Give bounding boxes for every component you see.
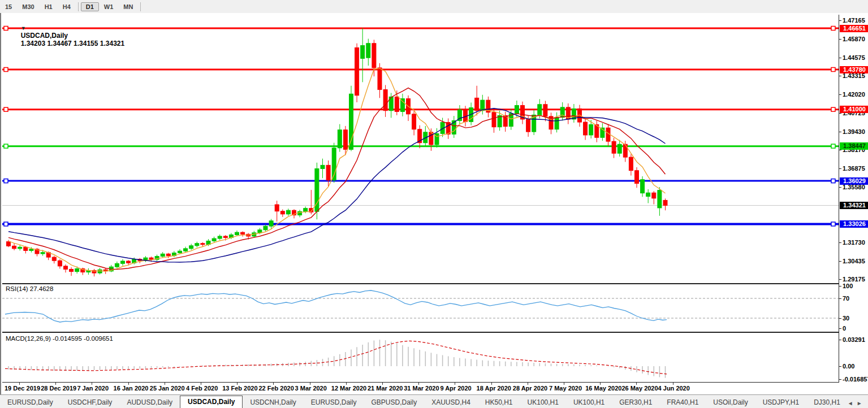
date-label[interactable]: 18 Apr 2020 [477,385,511,392]
chart-tab-usdjpy-h1[interactable]: USDJPY,H1 [755,397,806,408]
macd-indicator-panel[interactable]: MACD(12,26,9) -0.014595 -0.009651 [2,334,839,383]
price-tick-label: 1.31730 [843,239,865,246]
chart-title: ▼ USDCAD,Daily 1.34203 1.34467 1.34155 1… [6,16,124,55]
price-tick [839,94,841,95]
rsi-tick [839,318,841,319]
price-level-badge: 1.36029 [840,177,868,185]
price-tick [839,113,841,114]
macd-tick [839,340,841,340]
chart-tab-hk50-h1[interactable]: HK50,H1 [478,397,520,408]
price-tick-label: 1.36875 [843,165,865,172]
chart-tab-dj30-h1[interactable]: DJ30,H1 [806,397,848,408]
date-label[interactable]: 25 Jan 2020 [150,385,185,392]
date-label[interactable]: 28 Apr 2020 [513,385,547,392]
date-label[interactable]: 16 Jan 2020 [114,385,149,392]
timeframe-button-m30[interactable]: M30 [17,2,39,11]
price-tick [839,242,841,243]
price-chart-panel[interactable]: ▼ USDCAD,Daily 1.34203 1.34467 1.34155 1… [2,15,839,284]
timeframe-button-d1[interactable]: D1 [81,2,99,11]
chart-tab-gbpusd-daily[interactable]: GBPUSD,Daily [364,397,424,408]
date-label[interactable]: 4 Jun 2020 [658,385,690,392]
timeframe-button-h1[interactable]: H1 [40,2,58,11]
date-axis[interactable]: 19 Dec 201928 Dec 20197 Jan 202016 Jan 2… [2,383,839,394]
chart-tab-eurusd-daily[interactable]: EURUSD,Daily [304,397,364,408]
macd-histogram [8,340,666,378]
date-label[interactable]: 19 Dec 2019 [5,385,40,392]
chart-tab-xauusd-h4[interactable]: XAUUSD,H4 [424,397,478,408]
mt4-terminal: 15M30H1H4D1W1MN ▼ USDCAD,Daily 1.34203 1… [0,0,868,408]
timeframe-button-mn[interactable]: MN [118,2,138,11]
chart-tab-ger30-h1[interactable]: GER30,H1 [612,397,659,408]
rsi-tick-label: 30 [843,315,849,322]
date-label[interactable]: 7 May 2020 [549,385,582,392]
macd-tick-label: 0.00 [843,363,854,370]
date-label[interactable]: 7 Jan 2020 [77,385,109,392]
chart-tab-usoil-daily[interactable]: USOil,Daily [706,397,755,408]
macd-plot[interactable] [2,334,839,382]
rsi-tick [839,286,841,287]
price-tick [839,58,841,58]
price-tick [839,132,841,132]
price-tick [839,20,841,21]
rsi-tick [839,328,841,329]
date-label[interactable]: 31 Mar 2020 [404,385,439,392]
date-label[interactable]: 4 Feb 2020 [186,385,218,392]
date-label[interactable]: 16 May 2020 [585,385,621,392]
tab-scroll-arrows: ◄► [848,400,868,406]
rsi-tick-label: 0 [843,325,846,332]
chart-tab-fra40-h1[interactable]: FRA40,H1 [659,397,706,408]
tab-scroll-right-icon[interactable]: ► [857,400,866,406]
level-line-1.38447[interactable] [2,144,839,148]
level-line-1.43780[interactable] [2,68,839,72]
timeframe-button-h4[interactable]: H4 [58,2,76,11]
chart-tab-uk100-h1[interactable]: UK100,H1 [566,397,612,408]
price-tick-label: 1.44575 [843,54,865,62]
price-tick [839,150,841,150]
candlestick-chart[interactable] [2,15,839,283]
level-line-1.41000[interactable] [2,107,839,111]
price-tick-label: 1.43315 [843,72,865,80]
level-line-1.46651[interactable] [2,27,839,31]
price-axis[interactable]: 1.471651.458701.445751.433151.420201.407… [839,15,868,383]
collapse-arrow-icon[interactable]: ▼ [21,25,26,31]
chart-tab-bar: EURUSD,DailyUSDCHF,DailyAUDUSD,DailyUSDC… [0,394,868,408]
chart-tab-usdcnh-daily[interactable]: USDCNH,Daily [243,397,303,408]
rsi-plot[interactable] [2,284,839,332]
macd-tick-label: 0.03291 [843,336,865,344]
date-label[interactable]: 9 Apr 2020 [440,385,471,392]
macd-tick-label: -0.016857 [843,376,868,383]
date-label[interactable]: 26 May 2020 [621,385,658,392]
date-label[interactable]: 3 Mar 2020 [295,385,327,392]
rsi-indicator-panel[interactable]: RSI(14) 27.4628 [2,284,839,333]
level-line-1.36029[interactable] [2,179,839,183]
chart-tab-audusd-daily[interactable]: AUDUSD,Daily [119,397,180,408]
price-tick-label: 1.45870 [843,36,865,43]
tab-scroll-left-icon[interactable]: ◄ [848,400,857,406]
date-label[interactable]: 21 Mar 2020 [368,385,403,392]
level-line-1.33026[interactable] [2,222,839,226]
date-label[interactable]: 22 Feb 2020 [258,385,293,392]
date-label[interactable]: 28 Dec 2019 [41,385,76,392]
timeframe-button-15[interactable]: 15 [0,2,17,11]
macd-signal-line [5,341,667,374]
date-label[interactable]: 13 Feb 2020 [222,385,257,392]
timeframe-toolbar: 15M30H1H4D1W1MN [0,0,868,14]
chart-tab-eurusd-daily[interactable]: EURUSD,Daily [0,397,61,408]
price-tick-label: 1.47165 [843,17,865,24]
chart-tab-uk100-h1[interactable]: UK100,H1 [520,397,566,408]
macd-tick [839,379,841,380]
ma-fast-line [8,68,666,271]
timeframe-button-w1[interactable]: W1 [99,2,119,11]
chart-tab-usdchf-daily[interactable]: USDCHF,Daily [61,397,120,408]
macd-tick [839,366,841,367]
ma-slow-line [8,108,666,262]
rsi-tick [839,298,841,299]
date-label[interactable]: 12 Mar 2020 [331,385,366,392]
chart-tab-usdcad-daily[interactable]: USDCAD,Daily [180,396,243,408]
rsi-line [5,290,667,322]
price-level-badge: 1.38447 [840,142,868,150]
ohlc-readout: 1.34203 1.34467 1.34155 1.34321 [21,40,125,47]
rsi-tick-label: 100 [843,283,853,290]
current-price-badge: 1.34321 [840,202,868,209]
price-tick-label: 1.42020 [843,91,865,98]
